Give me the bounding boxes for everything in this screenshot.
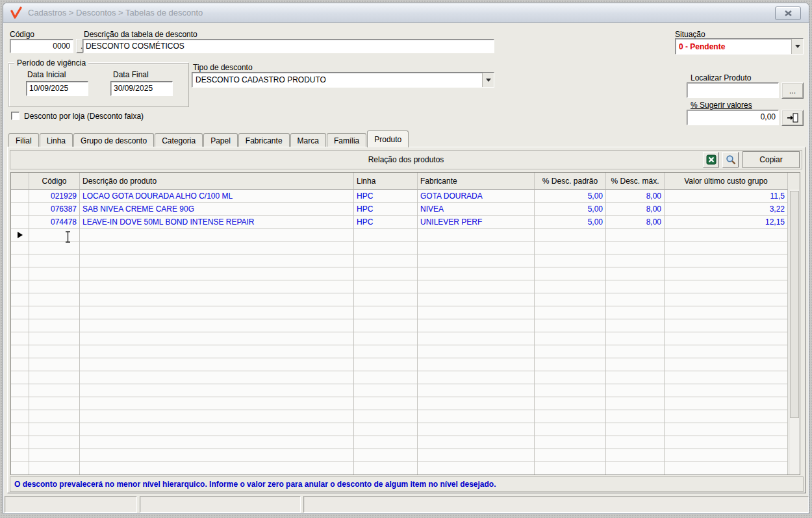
grid-cell[interactable] bbox=[80, 267, 354, 280]
grid-cell[interactable] bbox=[535, 384, 606, 397]
grid-cell[interactable] bbox=[29, 423, 80, 436]
export-excel-button[interactable] bbox=[703, 152, 719, 167]
grid-cell[interactable] bbox=[418, 462, 535, 475]
grid-cell[interactable] bbox=[29, 397, 80, 410]
grid-cell[interactable] bbox=[29, 462, 80, 475]
empty-row[interactable] bbox=[11, 254, 800, 267]
desconto-loja-checkbox[interactable] bbox=[11, 112, 19, 120]
grid-cell[interactable] bbox=[354, 228, 418, 241]
grid-cell[interactable]: NIVEA bbox=[418, 203, 535, 216]
grid-cell[interactable] bbox=[665, 267, 788, 280]
empty-row[interactable] bbox=[11, 384, 800, 397]
empty-row[interactable] bbox=[11, 410, 800, 423]
grid-vertical-scrollbar[interactable] bbox=[789, 190, 800, 475]
grid-cell[interactable]: HPC bbox=[354, 216, 418, 228]
grid-cell[interactable] bbox=[418, 293, 535, 306]
grid-cell[interactable] bbox=[29, 371, 80, 384]
grid-cell[interactable] bbox=[418, 371, 535, 384]
localizar-browse-button[interactable]: ... bbox=[781, 82, 804, 99]
grid-cell[interactable]: 3,22 bbox=[665, 203, 788, 216]
grid-cell[interactable] bbox=[606, 241, 665, 254]
grid-cell[interactable] bbox=[29, 280, 80, 293]
grid-cell[interactable] bbox=[418, 410, 535, 423]
grid-cell[interactable] bbox=[535, 423, 606, 436]
tab-papel[interactable]: Papel bbox=[203, 133, 238, 147]
descricao-field[interactable]: DESCONTO COSMÉTICOS bbox=[82, 39, 494, 53]
grid-cell[interactable] bbox=[535, 306, 606, 319]
grid-cell[interactable]: 021929 bbox=[29, 190, 80, 203]
empty-row[interactable] bbox=[11, 228, 800, 241]
grid-cell[interactable] bbox=[80, 332, 354, 345]
scrollbar-thumb[interactable] bbox=[790, 191, 799, 418]
grid-cell[interactable] bbox=[535, 462, 606, 475]
grid-cell[interactable] bbox=[606, 449, 665, 462]
grid-cell[interactable] bbox=[418, 254, 535, 267]
tab-grupo-de-desconto[interactable]: Grupo de desconto bbox=[73, 133, 154, 147]
products-grid[interactable]: CódigoDescrição do produtoLinhaFabricant… bbox=[10, 172, 800, 475]
grid-cell[interactable] bbox=[606, 293, 665, 306]
search-button[interactable] bbox=[722, 152, 739, 167]
grid-cell[interactable] bbox=[80, 423, 354, 436]
grid-cell[interactable] bbox=[80, 293, 354, 306]
grid-cell[interactable] bbox=[80, 397, 354, 410]
empty-row[interactable] bbox=[11, 332, 800, 345]
grid-cell[interactable] bbox=[535, 345, 606, 358]
grid-cell[interactable] bbox=[606, 345, 665, 358]
grid-cell[interactable]: HPC bbox=[354, 203, 418, 216]
table-row[interactable]: 021929LOCAO GOTA DOURADA ALHO C/100 MLHP… bbox=[11, 190, 800, 203]
grid-cell[interactable] bbox=[665, 371, 788, 384]
grid-cell[interactable] bbox=[29, 436, 80, 449]
grid-cell[interactable] bbox=[418, 241, 535, 254]
grid-cell[interactable] bbox=[80, 358, 354, 371]
grid-cell[interactable] bbox=[665, 254, 788, 267]
grid-cell[interactable] bbox=[29, 228, 80, 241]
grid-cell[interactable] bbox=[80, 345, 354, 358]
grid-cell[interactable] bbox=[418, 423, 535, 436]
grid-cell[interactable] bbox=[29, 345, 80, 358]
grid-cell[interactable] bbox=[29, 410, 80, 423]
grid-cell[interactable]: UNILEVER PERF bbox=[418, 216, 535, 228]
empty-row[interactable] bbox=[11, 423, 800, 436]
grid-cell[interactable] bbox=[606, 228, 665, 241]
grid-cell[interactable] bbox=[665, 423, 788, 436]
grid-cell[interactable] bbox=[535, 410, 606, 423]
grid-cell[interactable] bbox=[535, 280, 606, 293]
empty-row[interactable] bbox=[11, 241, 800, 254]
grid-cell[interactable] bbox=[354, 449, 418, 462]
grid-cell[interactable] bbox=[80, 436, 354, 449]
grid-cell[interactable] bbox=[606, 384, 665, 397]
grid-cell[interactable]: HPC bbox=[354, 190, 418, 203]
grid-cell[interactable] bbox=[606, 397, 665, 410]
grid-cell[interactable] bbox=[354, 241, 418, 254]
grid-cell[interactable] bbox=[29, 384, 80, 397]
tab-fabricante[interactable]: Fabricante bbox=[238, 133, 290, 147]
grid-cell[interactable] bbox=[418, 436, 535, 449]
grid-cell[interactable] bbox=[665, 228, 788, 241]
grid-cell[interactable] bbox=[80, 384, 354, 397]
grid-cell[interactable] bbox=[665, 384, 788, 397]
grid-cell[interactable] bbox=[29, 319, 80, 332]
grid-cell[interactable] bbox=[665, 319, 788, 332]
copiar-button[interactable]: Copiar bbox=[742, 151, 800, 168]
column-header-valor-ultimo-custo-grupo[interactable]: Valor último custo grupo bbox=[665, 173, 788, 190]
grid-cell[interactable]: SAB NIVEA CREME CARE 90G bbox=[80, 203, 354, 216]
grid-cell[interactable]: 8,00 bbox=[606, 203, 665, 216]
grid-cell[interactable]: GOTA DOURADA bbox=[418, 190, 535, 203]
empty-row[interactable] bbox=[11, 449, 800, 462]
grid-cell[interactable] bbox=[80, 449, 354, 462]
grid-cell[interactable] bbox=[354, 436, 418, 449]
grid-cell[interactable] bbox=[665, 436, 788, 449]
grid-cell[interactable] bbox=[606, 423, 665, 436]
grid-cell[interactable] bbox=[606, 267, 665, 280]
grid-cell[interactable] bbox=[665, 462, 788, 475]
empty-row[interactable] bbox=[11, 345, 800, 358]
grid-cell[interactable] bbox=[665, 332, 788, 345]
grid-cell[interactable] bbox=[535, 228, 606, 241]
grid-cell[interactable] bbox=[665, 293, 788, 306]
grid-cell[interactable] bbox=[606, 436, 665, 449]
title-bar[interactable]: Cadastros > Descontos > Tabelas de desco… bbox=[3, 3, 809, 23]
grid-cell[interactable] bbox=[535, 371, 606, 384]
grid-cell[interactable] bbox=[354, 358, 418, 371]
grid-cell[interactable] bbox=[354, 306, 418, 319]
grid-cell[interactable] bbox=[535, 319, 606, 332]
